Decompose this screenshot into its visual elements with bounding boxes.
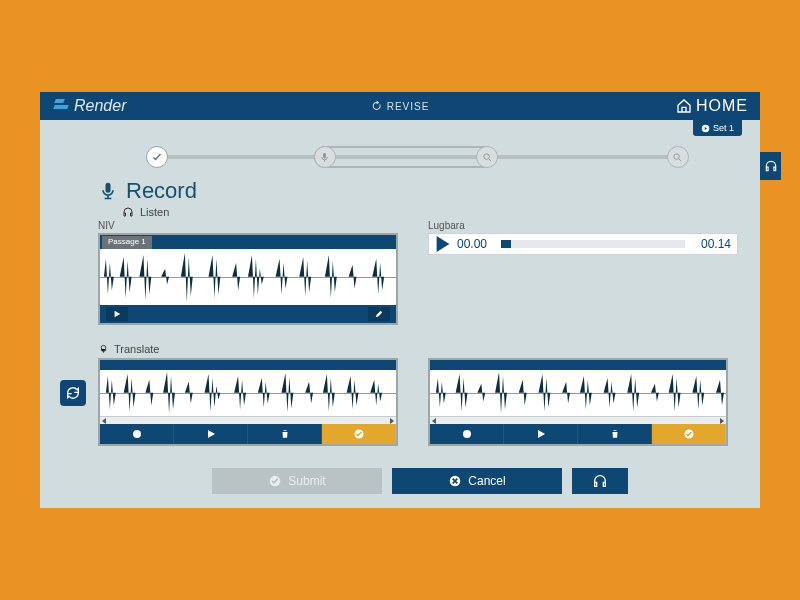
niv-panel-head: Passage 1 [100, 235, 396, 249]
home-button[interactable]: HOME [676, 97, 748, 115]
niv-edit-button[interactable] [368, 307, 390, 321]
play-button[interactable] [504, 424, 578, 444]
translate-label: Translate [114, 343, 159, 355]
set-label: Set 1 [713, 123, 734, 133]
home-icon [676, 98, 692, 114]
play-icon [206, 429, 216, 439]
scrollbar[interactable] [100, 416, 396, 424]
content: Record Listen NIV Passage 1 [40, 178, 760, 508]
refresh-button[interactable] [60, 380, 86, 406]
revise-label: REVISE [387, 101, 430, 112]
brand-label: Render [74, 97, 126, 115]
play-circle-icon [701, 124, 710, 133]
mic-icon [98, 344, 109, 355]
record-button[interactable] [430, 424, 504, 444]
check-circle-icon [353, 428, 365, 440]
brand-icon [54, 99, 68, 113]
play-icon [113, 310, 121, 318]
approve-button[interactable] [322, 424, 396, 444]
svg-point-2 [674, 153, 680, 159]
pencil-icon [375, 310, 383, 318]
niv-label: NIV [98, 220, 398, 231]
translate-row [98, 358, 742, 446]
step-2[interactable] [314, 146, 336, 168]
waveform-icon [100, 370, 396, 415]
delete-button[interactable] [248, 424, 322, 444]
approve-button[interactable] [652, 424, 726, 444]
waveform-icon [100, 249, 396, 304]
step-4[interactable] [667, 146, 689, 168]
footer-actions: Submit Cancel [98, 468, 742, 494]
set-selector[interactable]: Set 1 [693, 120, 742, 136]
listen-label: Listen [140, 206, 169, 218]
cancel-button[interactable]: Cancel [392, 468, 562, 494]
lugbara-column: Lugbara 00.00 00.14 [428, 220, 738, 325]
step-1[interactable] [146, 146, 168, 168]
revise-icon [371, 100, 383, 112]
trash-icon [280, 429, 290, 439]
headphones-icon [122, 206, 134, 218]
search-icon [672, 152, 683, 163]
delete-button[interactable] [578, 424, 652, 444]
check-circle-icon [268, 474, 282, 488]
record-icon [462, 429, 472, 439]
passage-chip[interactable]: Passage 1 [102, 236, 152, 249]
niv-waveform[interactable] [100, 249, 396, 305]
svg-point-1 [484, 153, 490, 159]
mic-icon [319, 152, 330, 163]
mic-icon [98, 181, 118, 201]
translate-panel-2 [428, 358, 728, 446]
header-bar: Render REVISE HOME [40, 92, 760, 120]
niv-column: NIV Passage 1 [98, 220, 398, 325]
progress-stepper [140, 144, 700, 170]
brand: Render [54, 97, 126, 115]
page-title: Record [98, 178, 742, 204]
revise-button[interactable]: REVISE [371, 100, 430, 112]
headphones-icon [764, 159, 778, 173]
waveform-icon [430, 370, 726, 415]
svg-point-4 [133, 430, 141, 438]
play-icon[interactable] [435, 236, 451, 252]
refresh-icon [65, 385, 81, 401]
translate-waveform-2[interactable] [430, 370, 726, 416]
headphones-button[interactable] [572, 468, 628, 494]
lugbara-current-time: 00.00 [457, 237, 495, 251]
listen-heading: Listen [122, 206, 742, 218]
home-label: HOME [696, 97, 748, 115]
translate-waveform-1[interactable] [100, 370, 396, 416]
record-button[interactable] [100, 424, 174, 444]
app-window: Render REVISE HOME Set 1 [40, 92, 760, 508]
lugbara-player: 00.00 00.14 [428, 233, 738, 255]
play-icon [536, 429, 546, 439]
step-pill [314, 146, 493, 168]
translate-panel-1 [98, 358, 398, 446]
submit-label: Submit [288, 474, 325, 488]
play-button[interactable] [174, 424, 248, 444]
record-icon [132, 429, 142, 439]
lugbara-progress[interactable] [501, 240, 685, 248]
x-circle-icon [448, 474, 462, 488]
svg-point-6 [463, 430, 471, 438]
cancel-label: Cancel [468, 474, 505, 488]
check-icon [151, 151, 163, 163]
headphones-icon [592, 473, 608, 489]
step-3[interactable] [476, 146, 498, 168]
headphone-side-tab[interactable] [760, 152, 781, 180]
scrollbar[interactable] [430, 416, 726, 424]
search-icon [482, 152, 493, 163]
translate-heading: Translate [98, 343, 742, 355]
submit-button: Submit [212, 468, 382, 494]
trash-icon [610, 429, 620, 439]
niv-controls [100, 305, 396, 323]
niv-panel: Passage 1 [98, 233, 398, 325]
lugbara-label: Lugbara [428, 220, 738, 231]
lugbara-total-time: 00.14 [691, 237, 731, 251]
niv-play-button[interactable] [106, 307, 128, 321]
check-circle-icon [683, 428, 695, 440]
page-title-text: Record [126, 178, 197, 204]
